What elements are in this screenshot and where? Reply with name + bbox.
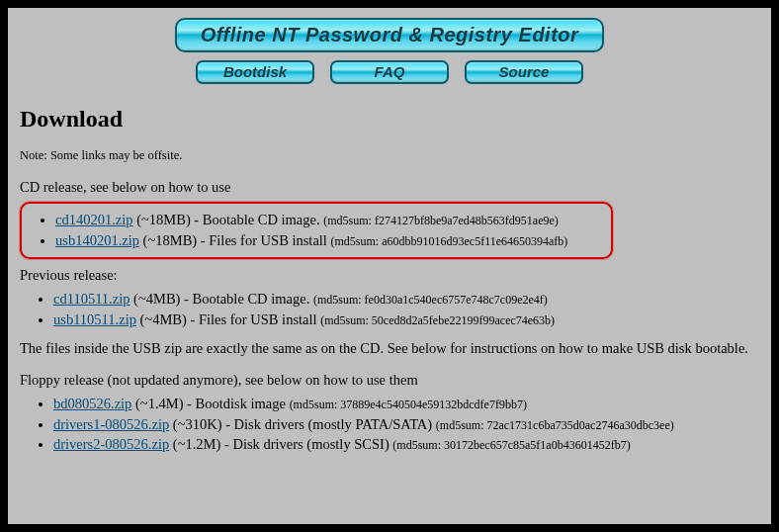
usb-zip-md5: (md5sum: a60dbb91016d93ec5f11e64650394af… <box>331 234 568 248</box>
floppy-d1-link[interactable]: drivers1-080526.zip <box>53 416 169 432</box>
prev-usb-zip-link[interactable]: usb110511.zip <box>53 311 136 327</box>
list-item: drivers1-080526.zip (~310K) - Disk drive… <box>53 415 759 435</box>
cd-zip-link[interactable]: cd140201.zip <box>55 212 133 227</box>
note: Note: Some links may be offsite. <box>20 148 759 163</box>
prev-usb-zip-md5: (md5sum: 50ced8d2a5febe22199f99acec74e63… <box>320 313 555 327</box>
floppy-d1-md5: (md5sum: 72ac1731c6ba735d0ac2746a30dbc3e… <box>436 418 674 432</box>
prev-release-intro: Previous release: <box>20 267 759 284</box>
floppy-bd-md5: (md5sum: 37889e4c540504e59132bdcdfe7f9bb… <box>290 398 527 411</box>
floppy-d2-desc: (~1.2M) - Disk drivers (mostly SCSI) <box>169 436 392 452</box>
nav-source[interactable]: Source <box>465 60 583 84</box>
cd-zip-md5: (md5sum: f274127bf8be9a7ed48b563fd951ae9… <box>323 214 559 227</box>
page-title: Download <box>20 106 759 133</box>
list-item: cd110511.zip (~4MB) - Bootable CD image.… <box>53 290 759 310</box>
floppy-d2-md5: (md5sum: 30172bec657c85a5f1a0b43601452fb… <box>392 438 630 452</box>
cd-release-intro: CD release, see below on how to use <box>20 179 759 196</box>
list-item: usb110511.zip (~4MB) - Files for USB ins… <box>53 310 759 330</box>
floppy-intro: Floppy release (not updated anymore), se… <box>20 372 759 389</box>
prev-cd-zip-desc: (~4MB) - Bootable CD image. <box>130 291 312 307</box>
nav-faq[interactable]: FAQ <box>330 60 449 84</box>
prev-cd-zip-md5: (md5sum: fe0d30a1c540ec6757e748c7c09e2e4… <box>313 293 548 307</box>
page: Offline NT Password & Registry Editor Bo… <box>8 8 771 524</box>
list-item: bd080526.zip (~1.4M) - Bootdisk image (m… <box>53 395 759 414</box>
floppy-d1-desc: (~310K) - Disk drivers (mostly PATA/SATA… <box>169 416 436 432</box>
list-item: cd140201.zip (~18MB) - Bootable CD image… <box>55 211 603 230</box>
header: Offline NT Password & Registry Editor Bo… <box>8 8 771 84</box>
cd-zip-desc: (~18MB) - Bootable CD image. <box>133 212 324 227</box>
floppy-bd-link[interactable]: bd080526.zip <box>53 396 131 411</box>
floppy-d2-link[interactable]: drivers2-080526.zip <box>53 436 169 452</box>
list-item: usb140201.zip (~18MB) - Files for USB in… <box>55 231 603 251</box>
nav: Bootdisk FAQ Source <box>8 60 771 84</box>
usb-note: The files inside the USB zip are exactly… <box>20 339 759 358</box>
nav-bootdisk[interactable]: Bootdisk <box>196 60 314 84</box>
highlighted-release-box: cd140201.zip (~18MB) - Bootable CD image… <box>20 202 613 259</box>
list-item: drivers2-080526.zip (~1.2M) - Disk drive… <box>53 435 759 455</box>
prev-cd-zip-link[interactable]: cd110511.zip <box>53 291 130 307</box>
floppy-bd-desc: (~1.4M) - Bootdisk image <box>131 396 289 411</box>
usb-zip-desc: (~18MB) - Files for USB install <box>139 232 331 248</box>
prev-usb-zip-desc: (~4MB) - Files for USB install <box>136 311 320 327</box>
usb-zip-link[interactable]: usb140201.zip <box>55 232 139 248</box>
banner-title: Offline NT Password & Registry Editor <box>175 18 605 52</box>
content: Download Note: Some links may be offsite… <box>8 84 771 455</box>
